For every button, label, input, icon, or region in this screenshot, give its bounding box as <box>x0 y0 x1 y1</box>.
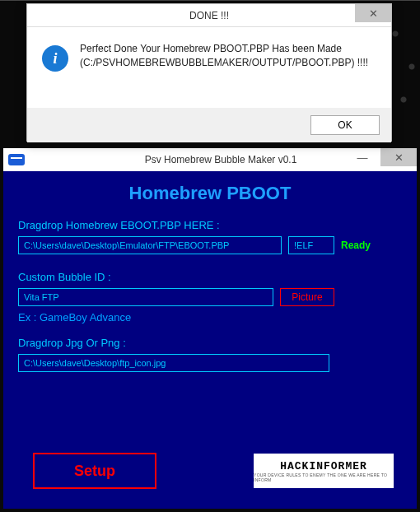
picture-button[interactable]: Picture <box>280 288 334 306</box>
app-body: Homebrew PBOOT Dragdrop Homebrew EBOOT.P… <box>3 171 417 509</box>
bubble-id-input[interactable] <box>18 288 273 306</box>
elf-input[interactable] <box>288 236 334 254</box>
image-path-input[interactable] <box>18 354 329 372</box>
app-icon <box>8 154 25 165</box>
minimize-icon: — <box>357 151 368 164</box>
app-titlebar: Psv Homebrew Bubble Maker v0.1 — ✕ <box>3 148 417 171</box>
close-icon: ✕ <box>394 151 404 164</box>
ok-button[interactable]: OK <box>310 115 380 135</box>
app-window: Psv Homebrew Bubble Maker v0.1 — ✕ Homeb… <box>3 148 417 509</box>
bottom-row: Setup HACKINFORMER YOUR DEVICE RULES TO … <box>33 453 394 489</box>
page-title: Homebrew PBOOT <box>18 183 402 204</box>
eboot-row: Ready <box>18 236 402 254</box>
image-drop-label: Dragdrop Jpg Or Png : <box>18 337 402 349</box>
done-dialog: DONE !!! ✕ i Perfect Done Your Homebrew … <box>26 3 392 142</box>
example-label: Ex : GameBoy Advance <box>18 311 402 323</box>
close-icon: ✕ <box>369 7 378 20</box>
ready-status: Ready <box>341 240 371 251</box>
dialog-title: DONE !!! <box>189 10 229 21</box>
dialog-message: Perfect Done Your Homebrew PBOOT.PBP Has… <box>80 42 376 70</box>
window-controls: — ✕ <box>344 148 417 166</box>
dialog-titlebar: DONE !!! ✕ <box>27 4 391 27</box>
bubble-row: Picture <box>18 288 402 306</box>
eboot-path-input[interactable] <box>18 236 282 254</box>
dialog-footer: OK <box>27 108 391 142</box>
setup-button[interactable]: Setup <box>33 453 156 489</box>
logo-subtext: YOUR DEVICE RULES TO ENEMY THE ONE WE AR… <box>254 472 394 482</box>
dialog-close-button[interactable]: ✕ <box>355 4 391 22</box>
minimize-button[interactable]: — <box>344 148 380 166</box>
dialog-body: i Perfect Done Your Homebrew PBOOT.PBP H… <box>27 27 391 108</box>
close-button[interactable]: ✕ <box>380 148 417 166</box>
hackinformer-logo: HACKINFORMER YOUR DEVICE RULES TO ENEMY … <box>254 454 394 488</box>
info-icon: i <box>42 45 68 72</box>
logo-text: HACKINFORMER <box>280 460 367 472</box>
eboot-label: Dragdrop Homebrew EBOOT.PBP HERE : <box>18 219 402 231</box>
bubble-id-label: Custom Bubble ID : <box>18 271 402 283</box>
image-row <box>18 354 402 372</box>
